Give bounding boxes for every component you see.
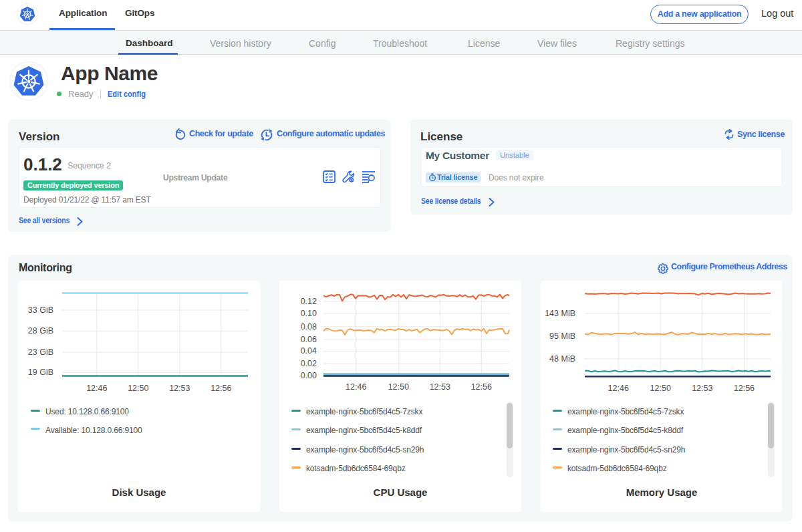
svg-text:0.00: 0.00 (301, 371, 317, 380)
svg-text:95 MiB: 95 MiB (549, 331, 575, 341)
svg-text:48 MiB: 48 MiB (549, 354, 575, 364)
svg-text:12:56: 12:56 (471, 382, 492, 392)
svg-text:12:56: 12:56 (734, 384, 755, 393)
svg-text:0.02: 0.02 (301, 359, 317, 368)
svg-text:143 MiB: 143 MiB (545, 309, 575, 318)
svg-text:33 GiB: 33 GiB (28, 305, 53, 315)
svg-text:19 GiB: 19 GiB (28, 368, 53, 377)
svg-text:12:50: 12:50 (388, 382, 409, 392)
svg-text:12:53: 12:53 (430, 382, 450, 392)
svg-text:12:53: 12:53 (692, 384, 712, 393)
svg-text:0.10: 0.10 (301, 309, 317, 318)
svg-text:0.04: 0.04 (301, 346, 317, 356)
svg-text:12:50: 12:50 (650, 384, 671, 393)
svg-text:12:46: 12:46 (608, 384, 629, 393)
svg-text:28 GiB: 28 GiB (28, 326, 53, 336)
svg-text:12:46: 12:46 (346, 382, 366, 392)
svg-text:12:53: 12:53 (169, 384, 190, 393)
svg-text:23 GiB: 23 GiB (28, 348, 53, 357)
svg-text:0.06: 0.06 (301, 335, 317, 344)
svg-text:12:46: 12:46 (86, 384, 107, 393)
svg-text:0.08: 0.08 (301, 322, 317, 331)
svg-text:0.12: 0.12 (301, 297, 317, 306)
svg-text:12:50: 12:50 (128, 384, 148, 393)
svg-text:12:56: 12:56 (211, 384, 231, 393)
